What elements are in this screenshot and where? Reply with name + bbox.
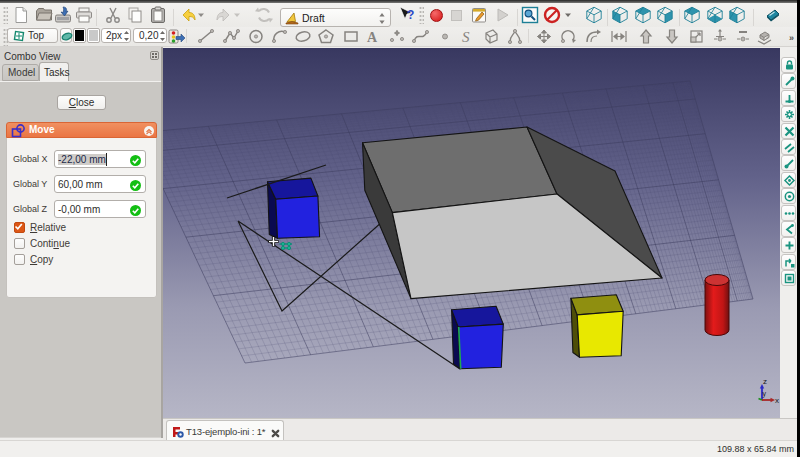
svg-text:?: ? [407, 8, 414, 22]
svg-text:S: S [462, 29, 470, 45]
svg-text:A: A [367, 30, 378, 45]
svg-text:x: x [775, 396, 779, 405]
svg-text:z: z [763, 377, 767, 386]
svg-text:y: y [763, 390, 767, 398]
